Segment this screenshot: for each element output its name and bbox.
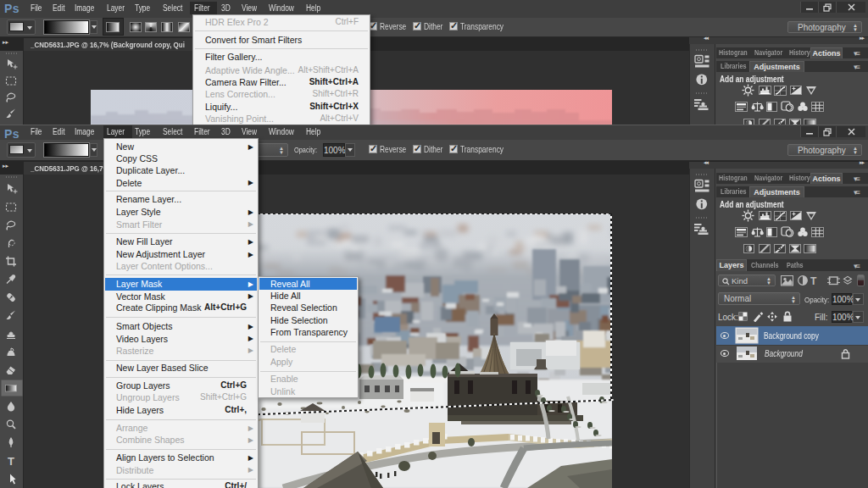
- svg-text:T: T: [8, 455, 14, 468]
- svg-text:T: T: [810, 275, 817, 286]
